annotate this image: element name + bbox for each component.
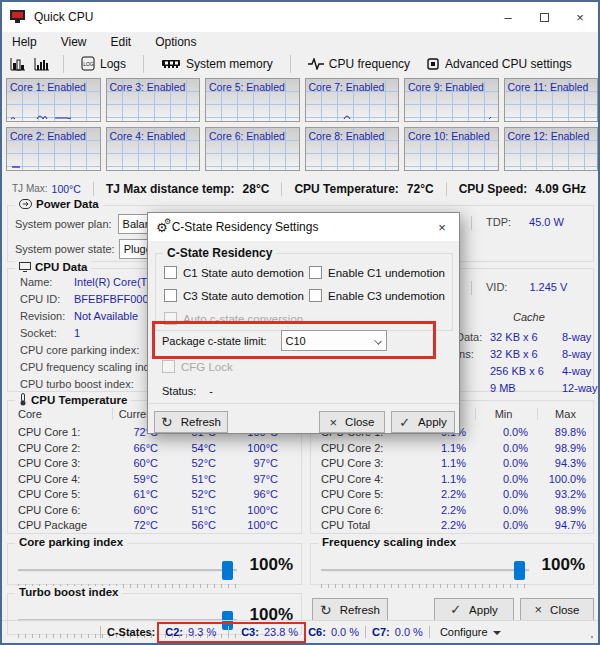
close-button[interactable]: × bbox=[562, 2, 598, 32]
c2-label: C2: bbox=[165, 626, 183, 638]
slider-ticks bbox=[321, 584, 529, 588]
util-header-max: Max bbox=[538, 408, 600, 420]
core-tile-9[interactable]: Core 9: Enabled bbox=[404, 78, 499, 122]
resize-grip[interactable] bbox=[587, 632, 595, 640]
activity-trace bbox=[405, 112, 497, 120]
package-limit-select[interactable]: C10 bbox=[281, 330, 387, 351]
menu-options[interactable]: Options bbox=[155, 35, 196, 49]
logs-label: Logs bbox=[100, 57, 126, 71]
tj-distance-label: TJ Max distance temp: bbox=[106, 182, 235, 196]
dialog-button-bar: ↻ Refresh × Close ✓ Apply bbox=[148, 403, 459, 435]
core-parking-slider[interactable] bbox=[18, 560, 237, 586]
memory-icon bbox=[161, 59, 181, 69]
power-icon bbox=[19, 199, 32, 209]
checkbox-icon bbox=[164, 266, 177, 279]
frequency-scaling-value: 100% bbox=[542, 555, 585, 575]
core-tile-11[interactable]: Core 11: Enabled bbox=[504, 78, 599, 122]
temp-row: CPU Core 4:59°C51°C97°C bbox=[18, 472, 301, 488]
cache-row-size: 256 KB x 6 bbox=[490, 365, 562, 377]
checkbox-label: Enable C1 undemotion bbox=[328, 267, 445, 279]
dialog-apply-button[interactable]: ✓ Apply bbox=[391, 411, 455, 433]
title-bar: Quick CPU – × bbox=[2, 2, 598, 32]
core-tile-5[interactable]: Core 5: Enabled bbox=[205, 78, 300, 122]
c6-value: 0.0 % bbox=[331, 626, 359, 638]
core-parking-index-group: Core parking index 100% bbox=[7, 543, 302, 585]
dialog-close-button[interactable]: × bbox=[425, 213, 459, 241]
slider-thumb[interactable] bbox=[222, 561, 233, 580]
checkbox-c3-auto-demotion[interactable]: C3 State auto demotion bbox=[164, 289, 304, 302]
cache-row-size: 32 KB x 6 bbox=[490, 348, 562, 360]
cpu-temperature-label: CPU Temperature: bbox=[294, 182, 398, 196]
cache-title: Cache bbox=[513, 311, 545, 323]
main-apply-button[interactable]: ✓ Apply bbox=[434, 598, 514, 621]
frequency-scaling-slider[interactable] bbox=[321, 560, 529, 586]
core-tile-12[interactable]: Core 12: Enabled bbox=[504, 127, 599, 171]
system-memory-button[interactable]: System memory bbox=[157, 55, 277, 73]
c3-value: 23.8 % bbox=[264, 626, 298, 638]
advanced-cpu-settings-button[interactable]: Advanced CPU settings bbox=[422, 55, 576, 73]
menu-view[interactable]: View bbox=[61, 35, 87, 49]
dialog-refresh-label: Refresh bbox=[181, 416, 221, 428]
temp-header-core: Core bbox=[18, 408, 113, 420]
maximize-icon bbox=[540, 13, 549, 22]
menu-help[interactable]: Help bbox=[12, 35, 37, 49]
dialog-close-action-button[interactable]: × Close bbox=[319, 411, 385, 433]
vid-value: 1.245 V bbox=[529, 281, 567, 293]
core-tile-6[interactable]: Core 6: Enabled bbox=[205, 127, 300, 171]
checkbox-icon bbox=[309, 266, 322, 279]
core-tile-10[interactable]: Core 10: Enabled bbox=[404, 127, 499, 171]
power-data-title: Power Data bbox=[15, 198, 103, 210]
dialog-refresh-button[interactable]: ↻ Refresh bbox=[154, 411, 228, 433]
cpu-temperature-title: CPU Temperature bbox=[15, 393, 131, 406]
activity-trace bbox=[7, 112, 99, 120]
cpu-frequency-button[interactable]: CPU frequency bbox=[304, 55, 414, 73]
cache-row-size: 32 KB x 6 bbox=[490, 331, 562, 343]
main-close-label: Close bbox=[550, 604, 579, 616]
vid-label: VID: bbox=[486, 281, 507, 293]
main-close-button[interactable]: × Close bbox=[520, 598, 594, 621]
cstates-highlight-box: C2:9.3 % C3:23.8 % bbox=[157, 622, 306, 643]
cpu-socket-value: 1 bbox=[74, 327, 80, 339]
core-tile-8[interactable]: Core 8: Enabled bbox=[305, 127, 400, 171]
c3-label: C3: bbox=[241, 626, 259, 638]
core-tile-4[interactable]: Core 4: Enabled bbox=[106, 127, 201, 171]
configure-menu[interactable]: Configure bbox=[440, 626, 501, 638]
minimize-button[interactable]: – bbox=[490, 2, 526, 32]
svg-text:LOG: LOG bbox=[83, 61, 94, 67]
refresh-icon: ↻ bbox=[320, 603, 332, 617]
checkbox-label: C3 State auto demotion bbox=[183, 290, 304, 302]
util-row: CPU Core 3:1.1%0.0%94.3% bbox=[321, 456, 593, 472]
menu-bar: Help View Edit Options bbox=[2, 32, 598, 51]
slider-track bbox=[321, 569, 529, 572]
cache-row-label: Data: bbox=[456, 331, 490, 343]
core-tile-2[interactable]: Core 2: Enabled bbox=[6, 127, 101, 171]
core-tile-1[interactable]: Core 1: Enabled bbox=[6, 78, 101, 122]
histogram-icon[interactable] bbox=[10, 57, 26, 71]
cpu-chip-icon bbox=[426, 57, 440, 71]
dialog-title-bar: ⚙⚙ C-State Residency Settings × bbox=[148, 213, 459, 241]
util-row: CPU Total2.2%0.0%94.7% bbox=[321, 518, 593, 534]
core-tile-3[interactable]: Core 3: Enabled bbox=[106, 78, 201, 122]
temp-row: CPU Core 2:66°C54°C100°C bbox=[18, 441, 301, 457]
checkbox-c1-auto-demotion[interactable]: C1 State auto demotion bbox=[164, 266, 304, 279]
c7-label: C7: bbox=[372, 626, 390, 638]
checkbox-enable-c3-undemotion[interactable]: Enable C3 undemotion bbox=[309, 289, 445, 302]
temp-row: CPU Package72°C56°C100°C bbox=[18, 518, 301, 534]
core-tile-7[interactable]: Core 7: Enabled bbox=[305, 78, 400, 122]
cstate-residency-dialog: ⚙⚙ C-State Residency Settings × C-State … bbox=[147, 212, 460, 434]
core-monitor-grid: Core 1: Enabled Core 3: Enabled Core 5: … bbox=[6, 78, 598, 171]
cpu-data-title: CPU Data bbox=[15, 261, 91, 273]
bar-chart-icon[interactable] bbox=[34, 57, 50, 71]
toolbar-separator bbox=[143, 55, 144, 73]
cache-row-ways: 8-way bbox=[562, 331, 591, 343]
core-parking-index-title: Core parking index bbox=[15, 536, 127, 548]
slider-thumb[interactable] bbox=[514, 561, 525, 580]
checkbox-enable-c1-undemotion[interactable]: Enable C1 undemotion bbox=[309, 266, 445, 279]
main-refresh-button[interactable]: ↻ Refresh bbox=[312, 598, 388, 621]
maximize-button[interactable] bbox=[526, 2, 562, 32]
app-icon bbox=[10, 10, 26, 24]
menu-edit[interactable]: Edit bbox=[110, 35, 131, 49]
logs-button[interactable]: LOG Logs bbox=[77, 54, 130, 73]
core-parking-value: 100% bbox=[250, 555, 293, 575]
util-row: CPU Core 6:2.2%0.0%98.9% bbox=[321, 503, 593, 519]
